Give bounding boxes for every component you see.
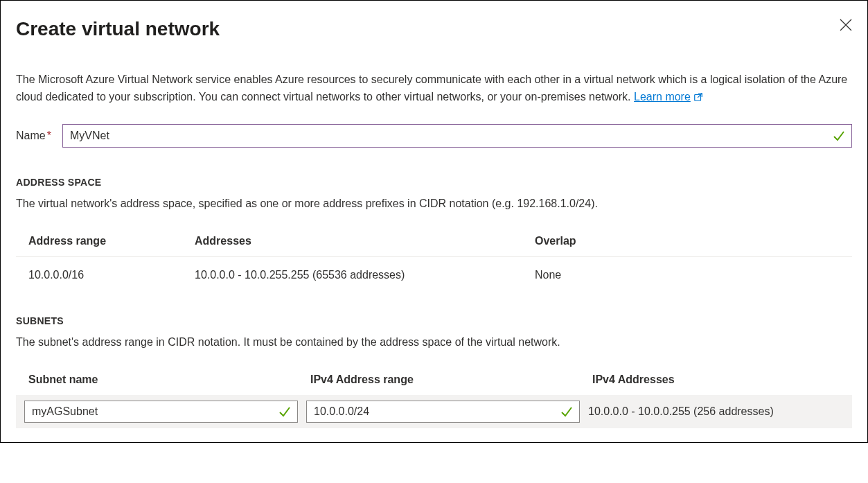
address-space-table: Address range Addresses Overlap 10.0.0.0… — [16, 226, 852, 290]
name-field-label: Name* — [16, 128, 51, 144]
panel-header: Create virtual network — [16, 15, 852, 44]
subnet-addresses-value: 10.0.0.0 - 10.0.0.255 (256 addresses) — [588, 403, 844, 420]
checkmark-icon — [278, 405, 291, 418]
subnet-range-input-wrap — [306, 401, 580, 423]
subnet-range-header: IPv4 Address range — [310, 371, 584, 388]
overlap-value: None — [535, 267, 840, 283]
svg-line-3 — [698, 94, 702, 98]
address-space-header-row: Address range Addresses Overlap — [16, 226, 852, 257]
address-space-section-label: ADDRESS SPACE — [16, 175, 852, 190]
addresses-header: Addresses — [195, 233, 535, 249]
subnet-name-header: Subnet name — [28, 371, 302, 388]
panel-description: The Microsoft Azure Virtual Network serv… — [16, 71, 852, 106]
subnets-header-row: Subnet name IPv4 Address range IPv4 Addr… — [16, 365, 852, 395]
address-space-description: The virtual network's address space, spe… — [16, 195, 852, 212]
panel-title: Create virtual network — [16, 15, 220, 44]
description-text: The Microsoft Azure Virtual Network serv… — [16, 73, 847, 103]
subnet-addresses-header: IPv4 Addresses — [592, 371, 840, 388]
external-link-icon — [693, 92, 703, 102]
subnets-table: Subnet name IPv4 Address range IPv4 Addr… — [16, 365, 852, 428]
learn-more-label: Learn more — [634, 89, 691, 106]
overlap-header: Overlap — [535, 233, 840, 249]
subnet-name-input[interactable] — [24, 401, 298, 423]
name-input-wrap — [62, 124, 852, 148]
learn-more-link[interactable]: Learn more — [634, 89, 703, 106]
name-field-row: Name* — [16, 124, 852, 148]
subnet-row: 10.0.0.0 - 10.0.0.255 (256 addresses) — [16, 395, 852, 428]
checkmark-icon — [560, 405, 573, 418]
vnet-name-input[interactable] — [62, 124, 852, 148]
address-range-header: Address range — [28, 233, 195, 249]
checkmark-icon — [833, 130, 845, 142]
create-vnet-panel: Create virtual network The Microsoft Azu… — [0, 0, 868, 443]
subnet-range-input[interactable] — [306, 401, 580, 423]
required-indicator: * — [47, 130, 51, 141]
subnets-section-label: SUBNETS — [16, 314, 852, 328]
addresses-value: 10.0.0.0 - 10.0.255.255 (65536 addresses… — [195, 267, 535, 283]
subnets-description: The subnet's address range in CIDR notat… — [16, 334, 852, 351]
address-range-value: 10.0.0.0/16 — [28, 267, 195, 283]
address-space-row[interactable]: 10.0.0.0/16 10.0.0.0 - 10.0.255.255 (655… — [16, 257, 852, 290]
subnet-name-input-wrap — [24, 401, 298, 423]
close-icon[interactable] — [840, 19, 852, 31]
